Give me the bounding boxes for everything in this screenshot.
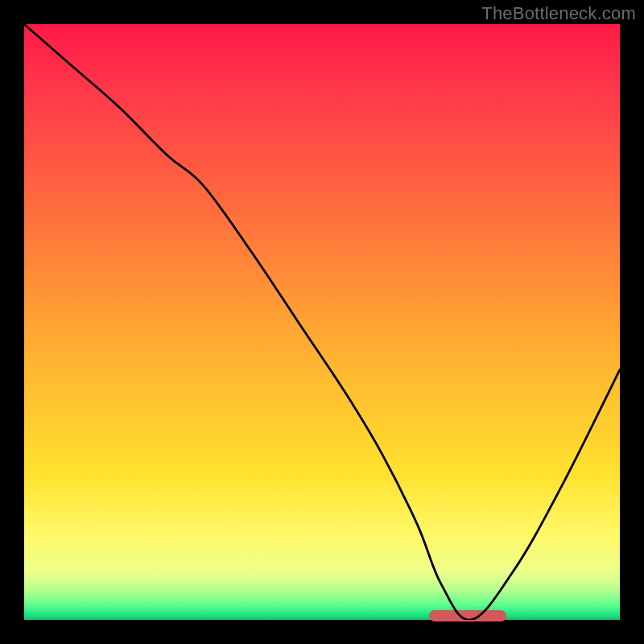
bottleneck-curve bbox=[24, 24, 620, 620]
plot-area bbox=[24, 24, 620, 620]
curve-path bbox=[24, 24, 620, 620]
chart-frame: TheBottleneck.com bbox=[0, 0, 644, 644]
watermark-text: TheBottleneck.com bbox=[481, 3, 636, 24]
